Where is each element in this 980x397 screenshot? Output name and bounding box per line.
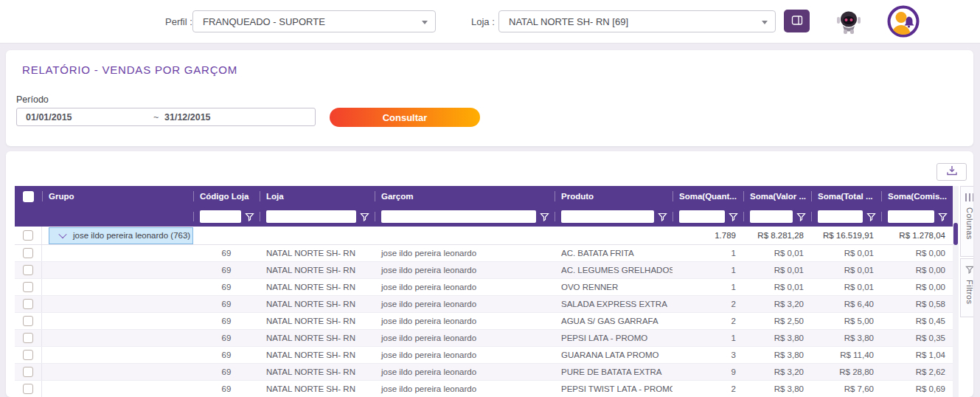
cell-valor: R$ 2,50 <box>743 313 811 329</box>
row-select-cell <box>15 330 42 346</box>
filter-funnel-icon[interactable] <box>729 213 738 221</box>
filter-cell-garcom <box>375 207 555 227</box>
chevron-down-icon <box>422 21 428 24</box>
col-header-total[interactable]: Soma(Total ... <box>811 186 881 207</box>
filter-funnel-icon[interactable] <box>360 213 369 221</box>
filter-input-produto[interactable] <box>561 210 654 223</box>
filter-funnel-icon[interactable] <box>938 213 948 221</box>
data-grid: GrupoCódigo LojaLojaGarçomProdutoSoma(Qu… <box>15 186 953 397</box>
filter-input-total[interactable] <box>818 210 863 223</box>
cell-loja: NATAL NORTE SH- RN <box>260 296 375 312</box>
filter-input-comissao[interactable] <box>888 210 934 223</box>
filter-funnel-icon[interactable] <box>658 213 667 221</box>
cell-qtd: 3 <box>673 347 743 363</box>
cell-garcom: jose ildo pereira leonardo <box>375 296 555 312</box>
export-button[interactable] <box>936 163 967 181</box>
row-select-cell <box>15 296 42 312</box>
filter-funnel-icon[interactable] <box>796 213 806 221</box>
cell-qtd: 1.789 <box>673 227 743 244</box>
col-header-codigo[interactable]: Código Loja <box>193 186 260 207</box>
chevron-down-icon <box>58 230 66 238</box>
cell-loja: NATAL NORTE SH- RN <box>260 279 375 295</box>
date-to-value[interactable]: 31/12/2015 <box>164 112 211 122</box>
cell-total: R$ 6,40 <box>811 296 881 312</box>
cell-loja: NATAL NORTE SH- RN <box>260 262 375 278</box>
filter-input-qtd[interactable] <box>679 210 725 223</box>
filter-funnel-icon[interactable] <box>866 213 876 221</box>
cell-comissao: R$ 1.278,04 <box>881 227 953 244</box>
row-checkbox[interactable] <box>23 367 33 377</box>
filter-cell-qtd <box>673 207 743 227</box>
side-tab-filtros[interactable]: Filtros <box>960 258 973 317</box>
cell-codigo: 69 <box>193 262 260 278</box>
cell-valor: R$ 8.281,28 <box>743 227 811 244</box>
cell-loja: NATAL NORTE SH- RN <box>260 313 375 329</box>
filter-input-codigo[interactable] <box>200 210 241 223</box>
row-checkbox[interactable] <box>23 248 33 258</box>
col-header-label: Grupo <box>49 192 74 201</box>
cell-total: R$ 0,01 <box>811 262 881 278</box>
filter-input-garcom[interactable] <box>381 210 536 223</box>
col-header-valor[interactable]: Soma(Valor ... <box>743 186 811 207</box>
robot-mascot-icon[interactable] <box>836 7 861 35</box>
cell-garcom <box>375 227 555 244</box>
date-range-input[interactable]: 01/01/2015 ~ 31/12/2015 <box>16 108 316 126</box>
loja-select[interactable]: NATAL NORTE SH- RN [69] <box>498 10 776 32</box>
row-checkbox[interactable] <box>23 299 33 309</box>
vertical-scrollbar-thumb[interactable] <box>953 223 958 245</box>
col-header-comissao[interactable]: Soma(Comis... <box>881 186 953 207</box>
col-header-label: Soma(Comis... <box>888 192 947 201</box>
row-checkbox[interactable] <box>23 333 33 343</box>
col-header-qtd[interactable]: Soma(Quant... <box>673 186 743 207</box>
filter-funnel-icon[interactable] <box>540 213 549 221</box>
filter-input-valor[interactable] <box>750 210 793 223</box>
date-from-value[interactable]: 01/01/2015 <box>26 112 72 122</box>
cell-valor: R$ 3,20 <box>743 364 811 380</box>
row-select-cell <box>15 227 42 244</box>
row-checkbox[interactable] <box>23 350 33 360</box>
cell-comissao: R$ 0,00 <box>881 279 953 295</box>
row-checkbox[interactable] <box>23 316 33 326</box>
consultar-button[interactable]: Consultar <box>330 108 480 127</box>
table-row: 69NATAL NORTE SH- RNjose ildo pereira le… <box>15 330 953 347</box>
group-expander[interactable]: jose ildo pereira leonardo (763) <box>49 227 193 244</box>
col-header-loja[interactable]: Loja <box>260 186 375 207</box>
cell-produto <box>555 227 673 244</box>
cell-grupo <box>42 381 193 397</box>
col-header-select <box>15 186 42 207</box>
perfil-select[interactable]: FRANQUEADO - SUPORTE <box>192 10 436 32</box>
col-header-produto[interactable]: Produto <box>555 186 673 207</box>
cell-qtd: 9 <box>673 364 743 380</box>
cell-produto: SALADA EXPRESS EXTRA <box>555 296 673 312</box>
panel-toggle-button[interactable] <box>784 10 810 32</box>
select-all-checkbox[interactable] <box>23 191 34 202</box>
filter-input-loja[interactable] <box>266 210 356 223</box>
row-checkbox[interactable] <box>23 230 33 241</box>
row-select-cell <box>15 313 42 329</box>
cell-produto: AC. LEGUMES GRELHADOS <box>555 262 673 278</box>
side-tab-strip: Colunas Filtros <box>960 186 973 317</box>
col-header-grupo[interactable]: Grupo <box>42 186 193 207</box>
user-avatar-icon[interactable] <box>887 5 920 38</box>
cell-comissao: R$ 0,00 <box>881 262 953 278</box>
cell-comissao: R$ 0,69 <box>881 381 953 397</box>
cell-garcom: jose ildo pereira leonardo <box>375 313 555 329</box>
cell-total: R$ 28,80 <box>811 364 881 380</box>
side-tab-colunas[interactable]: Colunas <box>960 186 973 257</box>
cell-loja: NATAL NORTE SH- RN <box>260 381 375 397</box>
filter-cell-total <box>811 207 881 227</box>
row-checkbox[interactable] <box>23 265 33 275</box>
filter-cell-grupo <box>42 207 193 227</box>
loja-label: Loja : <box>471 0 495 43</box>
filter-funnel-icon[interactable] <box>245 213 254 221</box>
chevron-down-icon <box>762 21 768 24</box>
cell-produto: AGUA S/ GAS GARRAFA <box>555 313 673 329</box>
col-header-garcom[interactable]: Garçom <box>375 186 555 207</box>
cell-qtd: 1 <box>673 330 743 346</box>
cell-loja: NATAL NORTE SH- RN <box>260 347 375 363</box>
row-checkbox[interactable] <box>23 384 33 394</box>
cell-total: R$ 11,40 <box>811 347 881 363</box>
vertical-scrollbar-track <box>953 186 959 397</box>
row-checkbox[interactable] <box>23 282 33 292</box>
filter-cell-produto <box>555 207 673 227</box>
